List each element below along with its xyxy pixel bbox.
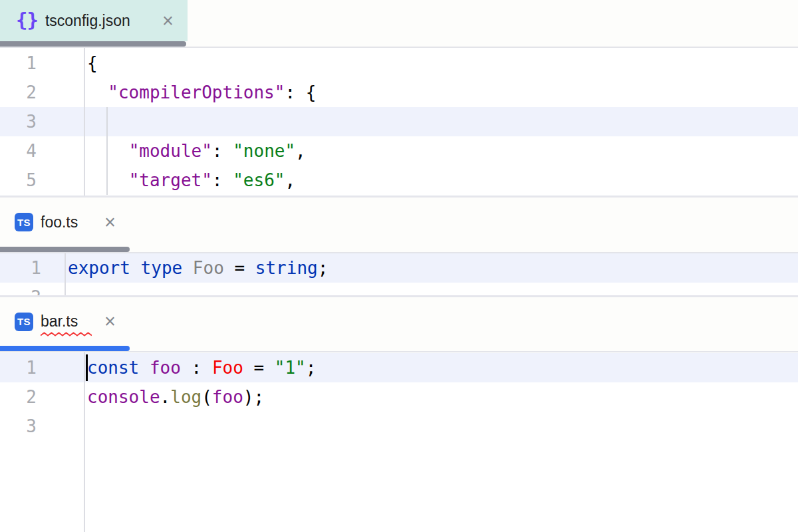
token-key: "target" — [129, 170, 212, 190]
token-keyword: const — [87, 358, 139, 378]
line-number: 3 — [0, 107, 84, 136]
token-plain: , — [285, 170, 295, 190]
code-line[interactable]: 5 "target": "es6", — [0, 166, 798, 195]
token-func: log — [170, 387, 201, 407]
token-unused: Foo — [193, 258, 224, 278]
tab-foo-ts[interactable]: TS foo.ts × — [0, 198, 130, 247]
line-number: 2 — [0, 78, 84, 107]
code-text: console.log(foo); — [84, 382, 264, 412]
active-tab-underline — [0, 41, 186, 47]
code-lines: 1export type Foo = string;2 — [0, 253, 798, 295]
close-tab-icon[interactable]: × — [104, 312, 116, 331]
token-plain — [87, 170, 129, 190]
code-text: "compilerOptions": { — [84, 78, 316, 107]
token-plain: = — [224, 258, 255, 278]
token-plain: : — [181, 358, 212, 378]
code-line[interactable]: 1{ — [0, 49, 798, 78]
token-plain: , — [295, 141, 306, 161]
indent-guide — [106, 107, 108, 195]
token-variable: foo — [150, 358, 181, 378]
token-keyword: string — [255, 258, 318, 278]
code-line[interactable]: 2 "compilerOptions": { — [0, 78, 798, 107]
editor-foo[interactable]: 1export type Foo = string;2 — [0, 253, 798, 295]
code-text: export type Foo = string; — [65, 253, 328, 283]
code-line[interactable]: 1export type Foo = string; — [0, 253, 798, 283]
active-tab-underline — [0, 247, 130, 252]
token-plain — [87, 82, 108, 102]
typescript-file-icon: TS — [15, 213, 33, 231]
line-number: 1 — [0, 253, 65, 283]
gutter-separator — [65, 253, 66, 295]
token-string: "es6" — [233, 170, 285, 190]
line-number: 5 — [0, 166, 84, 195]
code-text: "module": "none", — [84, 136, 306, 166]
token-key: "compilerOptions" — [108, 82, 285, 102]
token-plain: : — [212, 141, 233, 161]
token-keyword: export — [68, 258, 130, 278]
token-plain: ; — [318, 258, 329, 278]
token-plain: ( — [201, 387, 212, 407]
token-plain — [182, 258, 193, 278]
token-plain: : { — [285, 82, 316, 102]
json-file-icon: {} — [16, 11, 38, 30]
token-plain: = — [243, 358, 275, 378]
code-text: const foo : Foo = "1"; — [84, 353, 316, 382]
code-line[interactable]: 1const foo : Foo = "1"; — [0, 353, 798, 382]
ide-window: {} tsconfig.json × 1{2 "compilerOptions"… — [0, 0, 798, 532]
tab-label: foo.ts — [41, 213, 78, 231]
token-plain: . — [160, 387, 171, 407]
code-line[interactable]: 3 — [0, 412, 798, 441]
tab-label: tsconfig.json — [45, 12, 130, 30]
code-line[interactable]: 4 "module": "none", — [0, 136, 798, 166]
tab-tsconfig-json[interactable]: {} tsconfig.json × — [0, 0, 188, 41]
code-line[interactable]: 3 — [0, 107, 798, 136]
active-tab-underline-focused — [0, 346, 130, 351]
token-key: "module" — [129, 141, 212, 161]
close-tab-icon[interactable]: × — [162, 11, 174, 31]
token-plain — [139, 358, 150, 378]
token-string: "1" — [275, 358, 306, 378]
code-lines: 1const foo : Foo = "1";2console.log(foo)… — [0, 352, 798, 441]
line-number: 1 — [0, 353, 84, 382]
editor-tsconfig[interactable]: 1{2 "compilerOptions": {34 "module": "no… — [0, 48, 798, 196]
tab-bar-ts[interactable]: TS bar.ts × — [0, 297, 130, 346]
tab-bar-bar: TS bar.ts × — [0, 297, 798, 352]
token-variable: console — [87, 387, 160, 407]
close-tab-icon[interactable]: × — [104, 213, 116, 232]
editor-bar[interactable]: 1const foo : Foo = "1";2console.log(foo)… — [0, 352, 798, 532]
line-number: 2 — [0, 283, 65, 295]
token-plain — [130, 258, 141, 278]
tab-bar-foo: TS foo.ts × — [0, 198, 798, 253]
token-plain: ) — [243, 387, 254, 407]
code-text: "target": "es6", — [84, 166, 295, 195]
token-error: Foo — [212, 358, 243, 378]
gutter-separator — [84, 352, 85, 532]
token-plain: ; — [306, 358, 317, 378]
tab-label: bar.ts — [41, 313, 78, 331]
line-number: 1 — [0, 49, 84, 78]
text-caret — [86, 354, 88, 381]
token-keyword: type — [141, 258, 183, 278]
code-lines: 1{2 "compilerOptions": {34 "module": "no… — [0, 48, 798, 195]
gutter-separator — [84, 48, 85, 196]
code-text: { — [84, 49, 98, 78]
line-number: 3 — [0, 412, 84, 441]
typescript-file-icon: TS — [15, 313, 33, 331]
code-line[interactable]: 2console.log(foo); — [0, 382, 798, 412]
token-plain: : — [212, 170, 233, 190]
error-squiggle-icon — [41, 332, 92, 336]
token-plain — [87, 141, 129, 161]
token-string: "none" — [233, 141, 295, 161]
token-plain: ; — [253, 387, 264, 407]
line-number: 4 — [0, 136, 84, 166]
code-line[interactable]: 2 — [0, 283, 798, 295]
tab-bar-tsconfig: {} tsconfig.json × — [0, 0, 798, 48]
line-number: 2 — [0, 382, 84, 412]
token-plain: { — [87, 53, 98, 73]
token-variable: foo — [212, 387, 243, 407]
